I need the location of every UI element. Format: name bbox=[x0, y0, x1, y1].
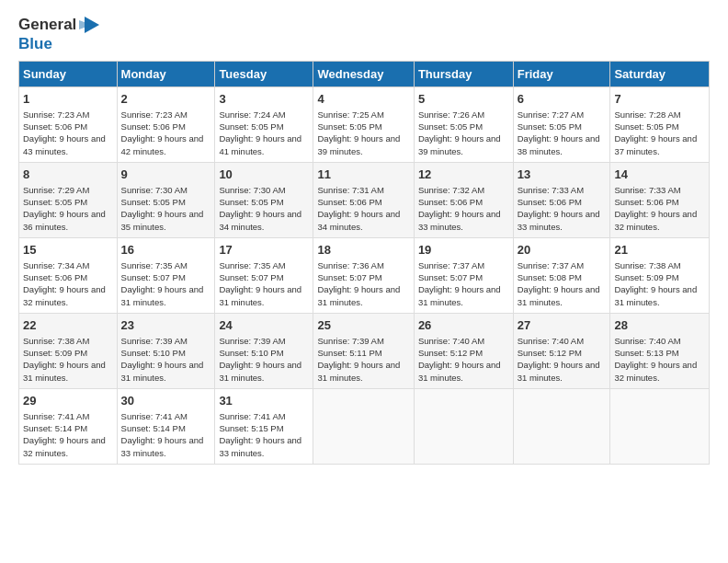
sunset-text: Sunset: 5:05 PM bbox=[121, 197, 186, 207]
sunrise-text: Sunrise: 7:23 AM bbox=[121, 109, 188, 120]
day-number: 11 bbox=[317, 167, 409, 183]
day-number: 16 bbox=[121, 242, 211, 259]
sunset-text: Sunset: 5:10 PM bbox=[121, 348, 186, 358]
daylight-label: Daylight: 9 hours and 34 minutes. bbox=[219, 209, 301, 231]
sunset-text: Sunset: 5:07 PM bbox=[418, 272, 483, 282]
sunset-text: Sunset: 5:09 PM bbox=[23, 348, 87, 358]
sunset-text: Sunset: 5:05 PM bbox=[518, 121, 582, 132]
calendar-cell: 26Sunrise: 7:40 AMSunset: 5:12 PMDayligh… bbox=[414, 313, 513, 388]
sunset-text: Sunset: 5:14 PM bbox=[121, 423, 186, 433]
sunset-text: Sunset: 5:09 PM bbox=[614, 272, 678, 282]
day-number: 3 bbox=[219, 91, 309, 108]
col-header-thursday: Thursday bbox=[414, 61, 513, 86]
daylight-label: Daylight: 9 hours and 33 minutes. bbox=[121, 435, 204, 457]
col-header-sunday: Sunday bbox=[19, 61, 118, 86]
daylight-label: Daylight: 9 hours and 31 minutes. bbox=[219, 360, 301, 382]
day-number: 25 bbox=[317, 317, 409, 334]
sunset-text: Sunset: 5:06 PM bbox=[614, 197, 678, 207]
sunset-text: Sunset: 5:05 PM bbox=[23, 197, 87, 207]
daylight-label: Daylight: 9 hours and 42 minutes. bbox=[121, 133, 204, 155]
day-number: 22 bbox=[23, 317, 113, 334]
sunrise-text: Sunrise: 7:35 AM bbox=[121, 260, 188, 270]
calendar-cell bbox=[414, 388, 513, 464]
calendar-cell: 8Sunrise: 7:29 AMSunset: 5:05 PMDaylight… bbox=[19, 162, 118, 237]
daylight-label: Daylight: 9 hours and 31 minutes. bbox=[121, 284, 204, 306]
calendar-cell: 15Sunrise: 7:34 AMSunset: 5:06 PMDayligh… bbox=[19, 237, 118, 313]
sunrise-text: Sunrise: 7:32 AM bbox=[418, 185, 484, 195]
day-number: 24 bbox=[219, 317, 309, 334]
sunrise-text: Sunrise: 7:35 AM bbox=[219, 260, 285, 270]
sunrise-text: Sunrise: 7:28 AM bbox=[614, 109, 680, 120]
col-header-monday: Monday bbox=[117, 61, 215, 86]
day-number: 5 bbox=[418, 91, 509, 108]
calendar-cell: 1Sunrise: 7:23 AMSunset: 5:06 PMDaylight… bbox=[19, 86, 118, 162]
sunrise-text: Sunrise: 7:27 AM bbox=[518, 109, 584, 120]
daylight-label: Daylight: 9 hours and 31 minutes. bbox=[518, 360, 600, 382]
daylight-label: Daylight: 9 hours and 43 minutes. bbox=[23, 133, 106, 155]
calendar-week-2: 8Sunrise: 7:29 AMSunset: 5:05 PMDaylight… bbox=[19, 162, 710, 237]
sunrise-text: Sunrise: 7:39 AM bbox=[121, 336, 188, 346]
calendar-week-5: 29Sunrise: 7:41 AMSunset: 5:14 PMDayligh… bbox=[19, 388, 710, 464]
day-number: 27 bbox=[518, 317, 607, 334]
sunrise-text: Sunrise: 7:38 AM bbox=[23, 336, 89, 346]
calendar-cell: 4Sunrise: 7:25 AMSunset: 5:05 PMDaylight… bbox=[313, 86, 414, 162]
daylight-label: Daylight: 9 hours and 31 minutes. bbox=[518, 284, 600, 306]
sunset-text: Sunset: 5:06 PM bbox=[23, 121, 87, 132]
calendar-cell: 22Sunrise: 7:38 AMSunset: 5:09 PMDayligh… bbox=[19, 313, 118, 388]
daylight-label: Daylight: 9 hours and 31 minutes. bbox=[418, 284, 501, 306]
calendar-cell bbox=[513, 388, 610, 464]
calendar-week-3: 15Sunrise: 7:34 AMSunset: 5:06 PMDayligh… bbox=[19, 237, 710, 313]
day-number: 23 bbox=[121, 317, 211, 334]
sunset-text: Sunset: 5:06 PM bbox=[317, 197, 381, 207]
day-number: 12 bbox=[418, 167, 509, 183]
day-number: 31 bbox=[219, 393, 309, 409]
sunrise-text: Sunrise: 7:41 AM bbox=[23, 411, 89, 421]
daylight-label: Daylight: 9 hours and 36 minutes. bbox=[23, 209, 106, 231]
sunset-text: Sunset: 5:06 PM bbox=[121, 121, 186, 132]
day-number: 29 bbox=[23, 393, 113, 409]
daylight-label: Daylight: 9 hours and 32 minutes. bbox=[614, 360, 697, 382]
sunrise-text: Sunrise: 7:33 AM bbox=[614, 185, 680, 195]
calendar-cell: 16Sunrise: 7:35 AMSunset: 5:07 PMDayligh… bbox=[117, 237, 215, 313]
daylight-label: Daylight: 9 hours and 38 minutes. bbox=[518, 133, 600, 155]
calendar-cell: 13Sunrise: 7:33 AMSunset: 5:06 PMDayligh… bbox=[513, 162, 610, 237]
sunset-text: Sunset: 5:07 PM bbox=[219, 272, 283, 282]
calendar-cell: 2Sunrise: 7:23 AMSunset: 5:06 PMDaylight… bbox=[117, 86, 215, 162]
calendar-cell: 7Sunrise: 7:28 AMSunset: 5:05 PMDaylight… bbox=[610, 86, 710, 162]
sunrise-text: Sunrise: 7:30 AM bbox=[219, 185, 285, 195]
calendar-cell: 10Sunrise: 7:30 AMSunset: 5:05 PMDayligh… bbox=[215, 162, 313, 237]
sunset-text: Sunset: 5:15 PM bbox=[219, 423, 283, 433]
calendar-cell: 19Sunrise: 7:37 AMSunset: 5:07 PMDayligh… bbox=[414, 237, 513, 313]
daylight-label: Daylight: 9 hours and 32 minutes. bbox=[23, 284, 106, 306]
sunrise-text: Sunrise: 7:38 AM bbox=[614, 260, 680, 270]
calendar-table: SundayMondayTuesdayWednesdayThursdayFrid… bbox=[18, 61, 710, 465]
sunset-text: Sunset: 5:06 PM bbox=[518, 197, 582, 207]
calendar-cell: 12Sunrise: 7:32 AMSunset: 5:06 PMDayligh… bbox=[414, 162, 513, 237]
calendar-cell: 17Sunrise: 7:35 AMSunset: 5:07 PMDayligh… bbox=[215, 237, 313, 313]
daylight-label: Daylight: 9 hours and 33 minutes. bbox=[418, 209, 501, 231]
sunset-text: Sunset: 5:05 PM bbox=[418, 121, 483, 132]
day-number: 15 bbox=[23, 242, 113, 259]
sunrise-text: Sunrise: 7:29 AM bbox=[23, 185, 89, 195]
sunrise-text: Sunrise: 7:39 AM bbox=[219, 336, 285, 346]
logo-general: General bbox=[18, 16, 76, 34]
day-number: 14 bbox=[614, 167, 705, 183]
day-number: 28 bbox=[614, 317, 705, 334]
calendar-cell: 18Sunrise: 7:36 AMSunset: 5:07 PMDayligh… bbox=[313, 237, 414, 313]
sunset-text: Sunset: 5:08 PM bbox=[518, 272, 582, 282]
daylight-label: Daylight: 9 hours and 32 minutes. bbox=[23, 435, 106, 457]
daylight-label: Daylight: 9 hours and 31 minutes. bbox=[23, 360, 106, 382]
day-number: 9 bbox=[121, 167, 211, 183]
sunset-text: Sunset: 5:05 PM bbox=[219, 121, 283, 132]
day-number: 18 bbox=[317, 242, 409, 259]
col-header-tuesday: Tuesday bbox=[215, 61, 313, 86]
sunset-text: Sunset: 5:07 PM bbox=[121, 272, 186, 282]
day-number: 30 bbox=[121, 393, 211, 409]
sunrise-text: Sunrise: 7:36 AM bbox=[317, 260, 383, 270]
calendar-cell: 28Sunrise: 7:40 AMSunset: 5:13 PMDayligh… bbox=[610, 313, 710, 388]
day-number: 6 bbox=[518, 91, 607, 108]
calendar-cell: 29Sunrise: 7:41 AMSunset: 5:14 PMDayligh… bbox=[19, 388, 118, 464]
day-number: 1 bbox=[23, 91, 113, 108]
sunrise-text: Sunrise: 7:41 AM bbox=[219, 411, 285, 421]
sunset-text: Sunset: 5:05 PM bbox=[219, 197, 283, 207]
